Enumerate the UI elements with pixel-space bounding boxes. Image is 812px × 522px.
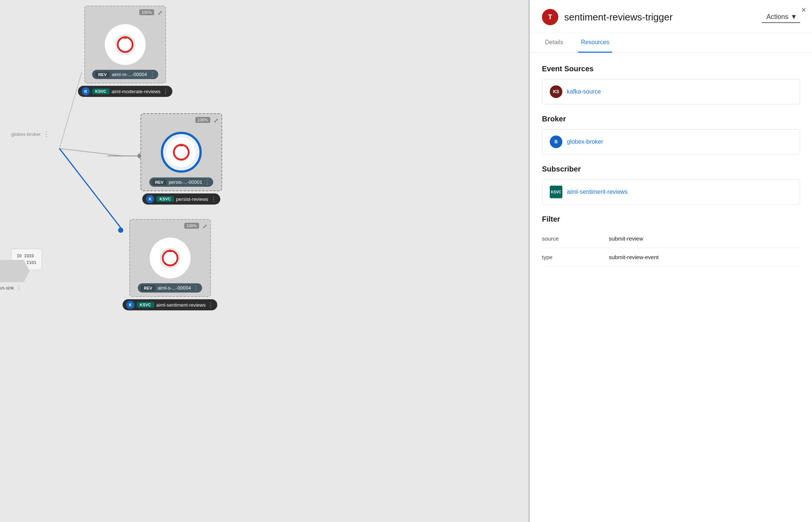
filter-key-type: type [542,254,609,260]
rev-bar-middle: REV persis-...-00001 ⋮ [149,177,214,187]
rev-label-bottom: aiml-s-...-00004 [157,285,191,291]
node-middle: ⤢ 100% REV persis-...-00001 ⋮ [140,113,222,205]
k-badge-bottom: K [126,301,134,309]
node-icon-outer-bottom [150,238,191,278]
sink-node: vs-sink ⋮ [0,260,30,291]
filter-row-type: type submit-review-event [542,248,800,267]
percent-badge-middle: 100% [195,117,210,123]
ksvc-badge-middle: KSVC [156,196,174,202]
ksvc-badge-top: KSVC [92,88,110,94]
rev-menu-top[interactable]: ⋮ [149,71,155,78]
subscriber-card: KSVC aiml-sentiment-reviews [542,179,800,205]
node-icon-inner-middle [166,137,196,167]
ksvc-bar-top: K KSVC aiml-moderate-reviews ⋮ [78,86,172,97]
rev-badge-bottom: REV [141,285,155,291]
filter-val-type: submit-review-event [609,254,659,260]
rev-badge-middle: REV [152,179,167,185]
broker-code-line1: IO IOIO [17,253,36,260]
panel-title: sentiment-reviews-trigger [564,12,756,23]
broker-link[interactable]: globex-broker [567,138,603,145]
node-card-bottom: ⤢ 100% REV aiml-s-...-00004 ⋮ [129,219,211,297]
panel-content: Event Sources KS kafka-source Broker B g… [530,53,812,522]
percent-badge-bottom: 100% [184,223,199,229]
node-icon-outer-top [105,24,146,65]
rev-badge-top: REV [95,72,110,78]
circular-arrows-icon-bottom [159,247,181,269]
ksvc-bar-middle: K KSVC persist-reviews ⋮ [142,193,220,205]
ksvc-menu-top[interactable]: ⋮ [163,88,169,95]
circular-arrows-icon-top [114,33,136,56]
detail-panel: T sentiment-reviews-trigger Actions ▼ × … [530,0,812,522]
event-sources-title: Event Sources [542,65,800,73]
sink-shape [0,260,30,282]
ksvc-label-middle: persist-reviews [176,196,208,202]
subscriber-link[interactable]: aiml-sentiment-reviews [567,189,628,195]
rev-label-top: aiml-m-...-00004 [112,72,147,77]
rev-label-middle: persis-...-00001 [169,179,202,185]
broker-menu-icon[interactable]: ⋮ [43,130,50,138]
subscriber-ksvc-icon: KSVC [550,186,562,198]
broker-card: B globex-broker [542,129,800,154]
kafka-source-icon: KS [550,85,562,98]
actions-label: Actions [766,13,788,21]
node-icon-inner-bottom [155,243,185,273]
node-card-top: ⤢ 100% [84,6,166,84]
sink-label: vs-sink [0,286,14,291]
subscriber-title: Subscriber [542,165,800,173]
expand-icon-top[interactable]: ⤢ [157,9,162,16]
circular-arrows-icon-middle [170,141,192,163]
node-icon-inner-top [110,30,140,59]
svg-line-2 [59,149,123,230]
ksvc-label-top: aiml-moderate-reviews [112,89,160,94]
node-top: ⤢ 100% [78,6,172,97]
canvas-area: IO IOIO O11 I1O1 globex-broker ⋮ ⤢ 100% [0,0,530,522]
actions-button[interactable]: Actions ▼ [762,12,800,23]
ksvc-menu-bottom[interactable]: ⋮ [208,301,214,309]
broker-name: globex-broker [11,131,41,137]
ksvc-bar-bottom: K KSVC aiml-sentiment-reviews ⋮ [123,299,217,310]
filter-section: source submit-review type submit-review-… [542,229,800,267]
expand-icon-bottom[interactable]: ⤢ [202,223,207,230]
filter-key-source: source [542,235,609,242]
rev-menu-bottom[interactable]: ⋮ [193,284,199,291]
filter-title: Filter [542,215,800,224]
broker-icon: B [550,136,562,148]
rev-menu-middle[interactable]: ⋮ [204,179,210,186]
broker-node: IO IOIO O11 I1O1 globex-broker ⋮ [11,126,50,138]
filter-val-source: submit-review [609,235,643,242]
panel-resizer[interactable] [528,0,530,522]
panel-header: T sentiment-reviews-trigger Actions ▼ × [530,0,812,33]
panel-tabs: Details Resources [530,33,812,53]
expand-icon-middle[interactable]: ⤢ [214,117,218,124]
kafka-source-link[interactable]: kafka-source [567,88,601,95]
node-card-middle: ⤢ 100% REV persis-...-00001 ⋮ [140,113,222,191]
close-button[interactable]: × [801,6,806,14]
ksvc-menu-middle[interactable]: ⋮ [211,196,217,203]
ksvc-label-bottom: aiml-sentiment-reviews [156,302,206,308]
percent-badge-top: 100% [139,9,154,15]
filter-row-source: source submit-review [542,229,800,248]
k-badge-top: K [82,87,90,95]
svg-line-1 [59,149,123,156]
actions-chevron-icon: ▼ [790,13,797,21]
node-icon-outer-middle [161,132,202,173]
rev-bar-top: REV aiml-m-...-00004 ⋮ [92,70,158,79]
node-bottom: ⤢ 100% REV aiml-s-...-00004 ⋮ [123,219,217,310]
tab-resources[interactable]: Resources [578,33,612,53]
rev-bar-bottom: REV aiml-s-...-00004 ⋮ [138,283,202,293]
panel-title-icon: T [542,9,558,25]
k-badge-middle: K [146,195,154,203]
sink-menu-icon[interactable]: ⋮ [16,284,22,291]
broker-title: Broker [542,115,800,123]
tab-details[interactable]: Details [542,33,566,53]
ksvc-badge-bottom: KSVC [137,302,154,308]
event-source-card: KS kafka-source [542,79,800,104]
